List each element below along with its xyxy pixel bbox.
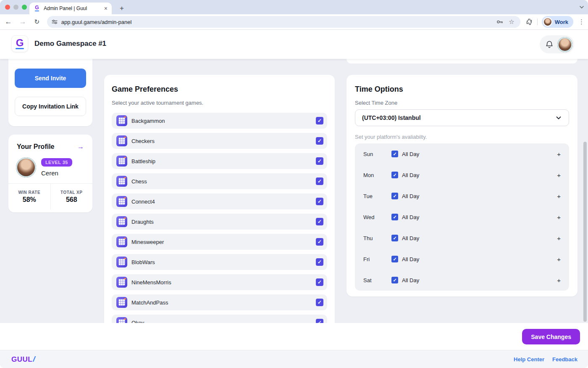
add-time-slot-button[interactable]: + [557, 151, 561, 158]
all-day-label: All Day [402, 172, 419, 178]
add-time-slot-button[interactable]: + [557, 193, 561, 200]
window-zoom-button[interactable] [22, 5, 27, 10]
game-row[interactable]: Backgammon ✓ [112, 113, 327, 129]
game-row[interactable]: Okey ✓ [112, 315, 327, 323]
game-checkbox[interactable]: ✓ [316, 198, 323, 205]
profile-arrow-icon[interactable]: → [77, 143, 84, 151]
window-minimize-button[interactable] [13, 5, 18, 10]
invite-card: Send Invite Copy Invitation Link [8, 59, 92, 126]
all-day-checkbox[interactable]: ✓ [391, 193, 398, 199]
time-options-card: Time Options Select Time Zone (UTC+03:00… [346, 75, 578, 297]
game-row[interactable]: Draughts ✓ [112, 214, 327, 230]
game-label: Connect4 [131, 199, 316, 205]
game-row[interactable]: NineMensMorris ✓ [112, 274, 327, 290]
game-row[interactable]: BlobWars ✓ [112, 254, 327, 270]
browser-menu-icon[interactable]: ⋮ [578, 18, 588, 26]
game-checkbox[interactable]: ✓ [316, 117, 323, 124]
game-checkbox[interactable]: ✓ [316, 278, 323, 286]
profile-label: Work [555, 19, 568, 25]
game-row[interactable]: Connect4 ✓ [112, 193, 327, 209]
game-checkbox[interactable]: ✓ [316, 157, 323, 165]
day-label: Wed [363, 214, 391, 220]
game-checkbox[interactable]: ✓ [316, 238, 323, 246]
day-row: Fri ✓ All Day + [363, 249, 561, 270]
browser-tab[interactable]: G Admin Panel | Guul × [29, 3, 112, 14]
copy-invitation-link-button[interactable]: Copy Invitation Link [15, 97, 86, 116]
game-icon [116, 196, 127, 207]
add-time-slot-button[interactable]: + [557, 172, 561, 179]
stat-label: WIN RATE [18, 190, 40, 195]
all-day-checkbox[interactable]: ✓ [391, 214, 398, 220]
browser-profile-chip[interactable]: Work [542, 16, 573, 28]
total-xp-stat: TOTAL XP 568 [50, 184, 93, 209]
game-row[interactable]: MatchAndPass ✓ [112, 294, 327, 310]
game-icon [116, 156, 127, 167]
window-close-button[interactable] [5, 5, 10, 10]
game-row[interactable]: Chess ✓ [112, 173, 327, 189]
feedback-link[interactable]: Feedback [552, 356, 578, 363]
user-avatar[interactable] [557, 37, 572, 52]
address-bar[interactable]: app.guul.games/admin-panel ☆ [47, 16, 520, 28]
all-day-checkbox[interactable]: ✓ [391, 277, 398, 283]
forward-button[interactable]: → [17, 16, 29, 28]
game-icon [116, 135, 127, 146]
notification-bell-icon[interactable] [545, 40, 554, 49]
all-day-checkbox[interactable]: ✓ [391, 256, 398, 262]
day-row: Wed ✓ All Day + [363, 207, 561, 228]
send-invite-button[interactable]: Send Invite [15, 69, 86, 88]
game-label: NineMensMorris [131, 279, 316, 286]
profile-card-title: Your Profile [17, 143, 55, 151]
timezone-select[interactable]: (UTC+03:00) Istanbul [355, 109, 569, 126]
all-day-checkbox[interactable]: ✓ [391, 172, 398, 178]
game-row[interactable]: Minesweeper ✓ [112, 234, 327, 250]
bookmark-star-icon[interactable]: ☆ [509, 18, 514, 26]
tab-search-chevron-icon[interactable] [579, 4, 585, 10]
game-icon [116, 297, 127, 308]
profile-name: Ceren [41, 169, 72, 177]
site-settings-icon[interactable] [51, 19, 58, 25]
password-key-icon[interactable] [496, 18, 504, 26]
url-text[interactable]: app.guul.games/admin-panel [61, 19, 496, 25]
extensions-icon[interactable] [525, 18, 533, 26]
add-time-slot-button[interactable]: + [557, 214, 561, 221]
game-row[interactable]: Battleship ✓ [112, 153, 327, 169]
stat-value: 568 [66, 196, 77, 204]
app-footer: GUUL/ Help Center Feedback [0, 350, 588, 368]
all-day-label: All Day [402, 151, 419, 157]
your-profile-card: Your Profile → LEVEL 35 Ceren WIN RATE 5… [8, 135, 92, 212]
all-day-checkbox[interactable]: ✓ [391, 151, 398, 157]
game-checkbox[interactable]: ✓ [316, 137, 323, 145]
game-checkbox[interactable]: ✓ [316, 319, 323, 323]
reload-button[interactable]: ↻ [31, 16, 43, 28]
save-changes-button[interactable]: Save Changes [522, 329, 580, 344]
game-label: Backgammon [131, 118, 316, 124]
game-label: Battleship [131, 158, 316, 164]
game-row[interactable]: Checkers ✓ [112, 133, 327, 149]
game-checkbox[interactable]: ✓ [316, 218, 323, 225]
game-list: Backgammon ✓ Checkers ✓ Battleship ✓ Che… [112, 113, 327, 323]
time-options-title: Time Options [355, 85, 569, 94]
new-tab-button[interactable]: + [117, 3, 127, 13]
day-row: Thu ✓ All Day + [363, 228, 561, 249]
game-label: Checkers [131, 138, 316, 144]
all-day-checkbox[interactable]: ✓ [391, 235, 398, 241]
availability-label: Set your platform's avaliabilty. [355, 134, 569, 140]
tab-close-icon[interactable]: × [103, 5, 108, 12]
game-checkbox[interactable]: ✓ [316, 177, 323, 185]
page-scrollbar[interactable] [583, 142, 587, 322]
game-preferences-subtitle: Select your active tournament games. [112, 100, 327, 106]
back-button[interactable]: ← [3, 16, 14, 28]
help-center-link[interactable]: Help Center [514, 356, 544, 363]
day-label: Fri [363, 256, 391, 262]
add-time-slot-button[interactable]: + [557, 277, 561, 284]
game-checkbox[interactable]: ✓ [316, 258, 323, 266]
game-preferences-title: Game Preferences [112, 85, 327, 94]
stat-value: 58% [23, 196, 36, 204]
add-time-slot-button[interactable]: + [557, 235, 561, 242]
game-icon [116, 115, 127, 126]
game-icon [116, 216, 127, 227]
guul-logo-icon[interactable]: G [11, 35, 28, 52]
game-checkbox[interactable]: ✓ [316, 299, 323, 306]
add-time-slot-button[interactable]: + [557, 256, 561, 263]
profile-stats: WIN RATE 58% TOTAL XP 568 [8, 183, 92, 209]
